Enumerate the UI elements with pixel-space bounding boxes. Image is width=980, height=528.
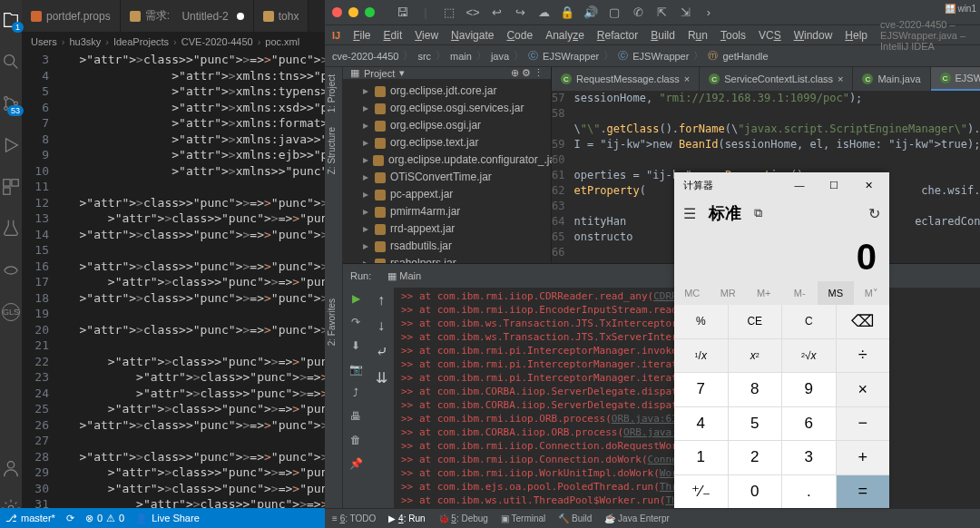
calc-key-1[interactable]: 1 — [674, 441, 728, 474]
scroll-icon[interactable]: ⇊ — [376, 369, 387, 386]
bc-seg[interactable]: CVE-2020-4450 — [181, 36, 253, 47]
mem-mplus[interactable]: M+ — [746, 281, 782, 305]
code-icon[interactable]: <> — [466, 5, 480, 20]
bc-seg[interactable]: IdeaProjects — [113, 36, 169, 47]
print-icon[interactable]: 🖶 — [350, 410, 361, 423]
stop-icon[interactable]: ↷ — [351, 316, 360, 328]
maximize-icon[interactable]: ☐ — [817, 172, 851, 198]
tab-tohx[interactable]: tohx — [254, 0, 309, 32]
menu-view[interactable]: View — [415, 29, 438, 42]
nav-seg[interactable]: src — [417, 51, 431, 62]
branch-status[interactable]: ⎇ master* — [5, 513, 55, 524]
calc-key-=[interactable]: = — [837, 475, 890, 509]
close-icon[interactable]: × — [838, 73, 843, 84]
menu-analyze[interactable]: Analyze — [545, 29, 584, 42]
tab-ejswrapper[interactable]: CEJSWrapper.java — [931, 67, 980, 91]
calc-key-2[interactable]: 2 — [729, 441, 782, 474]
share-icon[interactable]: ⇱ — [654, 5, 669, 20]
tab-portdef[interactable]: portdef.props — [22, 0, 121, 32]
test-icon[interactable] — [0, 218, 22, 240]
bc-seg[interactable]: hu3sky — [69, 36, 101, 47]
tree-item[interactable]: ▸pc-appext.jar — [343, 186, 551, 203]
calc-key-⌫[interactable]: ⌫ — [837, 305, 890, 338]
more-icon[interactable]: › — [701, 5, 716, 20]
trash-icon[interactable]: 🗑 — [350, 434, 361, 446]
menu-build[interactable]: Build — [651, 29, 675, 42]
menu-refactor[interactable]: Refactor — [597, 29, 638, 42]
rerun-icon[interactable]: ▶ — [352, 292, 360, 305]
close-icon[interactable]: ✕ — [851, 172, 886, 198]
export-icon[interactable]: ⇲ — [678, 5, 692, 20]
calc-key-⁺⁄₋[interactable]: ⁺⁄₋ — [674, 475, 728, 509]
vtab-structure[interactable]: Z: Structure — [325, 120, 338, 181]
tab-untitled[interactable]: 需求: Untitled-2 — [121, 0, 254, 32]
history-icon[interactable]: ↻ — [868, 205, 880, 222]
tree-item[interactable]: ▸rsahelpers.jar — [343, 255, 551, 263]
mac-max-icon[interactable] — [365, 7, 375, 17]
calc-key-−[interactable]: − — [837, 407, 890, 441]
lock-icon[interactable]: 🔒 — [560, 5, 574, 20]
tree-item[interactable]: ▸org.eclipse.update.configurator_.jar — [343, 152, 551, 169]
calc-key-9[interactable]: 9 — [782, 373, 836, 406]
down-icon[interactable]: ↓ — [377, 318, 385, 334]
menu-vcs[interactable]: VCS — [759, 29, 781, 42]
calc-key-CE[interactable]: CE — [729, 305, 782, 338]
gitlens-icon[interactable]: GLS — [0, 301, 22, 323]
nav-seg[interactable]: EJSWrapper — [543, 51, 599, 62]
calc-key-¹⁄ₓ[interactable]: 1/x — [674, 339, 728, 373]
tool-java-ee[interactable]: ☕ Java Enterpr — [604, 513, 669, 523]
calc-key-÷[interactable]: ÷ — [837, 339, 890, 373]
calc-titlebar[interactable]: 计算器 — ☐ ✕ — [674, 172, 889, 198]
mac-close-icon[interactable] — [332, 7, 342, 17]
on-top-icon[interactable]: ⧉ — [754, 206, 762, 220]
mem-mminus[interactable]: M- — [782, 281, 818, 305]
tree-item[interactable]: ▸rsadbutils.jar — [343, 238, 551, 255]
calc-key-×[interactable]: × — [837, 373, 890, 406]
calc-key-6[interactable]: 6 — [782, 407, 836, 441]
calc-key-.[interactable]: . — [782, 475, 836, 509]
wrap-icon[interactable]: ⤶ — [376, 343, 387, 360]
menu-navigate[interactable]: Navigate — [451, 29, 494, 42]
vtab-favorites[interactable]: 2: Favorites — [325, 291, 338, 353]
tool-run[interactable]: ▶ 4: Run — [388, 513, 425, 523]
minimize-icon[interactable]: — — [782, 172, 817, 198]
project-tree[interactable]: ▸org.eclipse.jdt.core.jar▸org.eclipse.os… — [343, 79, 551, 263]
mac-min-icon[interactable] — [348, 7, 358, 17]
calc-key-+[interactable]: + — [837, 441, 890, 474]
extensions-icon[interactable] — [0, 176, 22, 198]
menu-run[interactable]: Run — [688, 29, 708, 42]
tree-item[interactable]: ▸pmirm4arm.jar — [343, 203, 551, 220]
search-icon[interactable] — [0, 51, 22, 73]
tree-item[interactable]: ▸rrd-appext.jar — [343, 220, 551, 238]
down-icon[interactable]: ⬇ — [351, 339, 360, 352]
bc-seg[interactable]: poc.xml — [265, 36, 299, 47]
calc-key-0[interactable]: 0 — [729, 475, 782, 509]
hamburger-icon[interactable]: ☰ — [683, 205, 696, 222]
menu-window[interactable]: Window — [794, 29, 833, 42]
menu-tools[interactable]: Tools — [720, 29, 746, 42]
mem-mr[interactable]: MR — [710, 281, 747, 305]
nav-fwd-icon[interactable]: ↪ — [513, 5, 527, 20]
calc-key-x²[interactable]: x2 — [729, 339, 782, 373]
nav-seg[interactable]: java — [491, 51, 509, 62]
nav-back-icon[interactable]: ↩ — [489, 5, 504, 20]
export-icon[interactable]: ⤴ — [353, 386, 358, 399]
phone-icon[interactable]: ✆ — [631, 5, 645, 20]
debug-icon[interactable] — [0, 134, 22, 156]
calc-key-5[interactable]: 5 — [729, 407, 782, 441]
run-config[interactable]: Main — [399, 270, 421, 281]
menu-file[interactable]: File — [353, 29, 370, 42]
tool-terminal[interactable]: ▣ Terminal — [501, 513, 545, 523]
up-icon[interactable]: ↑ — [377, 292, 385, 308]
sync-status[interactable]: ⟳ — [66, 513, 74, 524]
tree-item[interactable]: ▸org.eclipse.text.jar — [343, 134, 551, 152]
camera-icon[interactable]: 📷 — [349, 363, 363, 376]
nav-seg[interactable]: getHandle — [722, 51, 768, 62]
nav-seg[interactable]: cve-2020-4450 — [332, 51, 398, 62]
calc-key-%[interactable]: % — [674, 305, 728, 338]
scm-icon[interactable]: 53 — [0, 93, 22, 114]
account-icon[interactable] — [0, 457, 22, 479]
save-icon[interactable]: 🖫 — [395, 5, 409, 20]
calc-key-²√x[interactable]: 2√x — [782, 339, 836, 373]
vtab-project[interactable]: 1: Project — [325, 67, 338, 120]
